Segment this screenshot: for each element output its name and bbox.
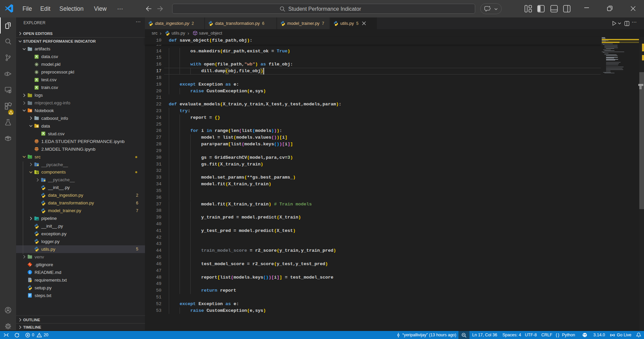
svg-text:</>: </> [29, 156, 33, 159]
